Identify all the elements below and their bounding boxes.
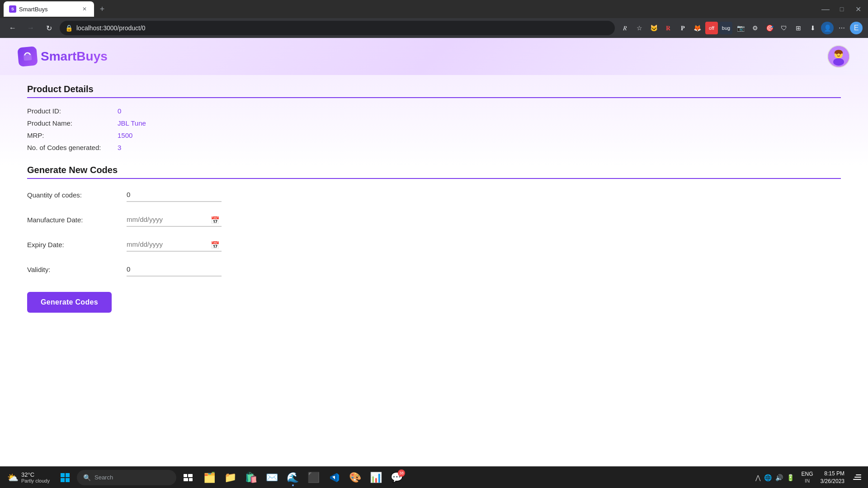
minimize-button[interactable]: — — [819, 3, 832, 15]
taskbar-apps: 🗂️ 📁 🛍️ ✉️ 🌊 ⬛ 🎨 📊 💬 38 — [200, 468, 407, 488]
forward-button[interactable]: → — [24, 21, 38, 35]
generate-section-divider — [27, 178, 841, 179]
tab-bar: S SmartBuys ✕ + — □ ✕ — [0, 0, 868, 18]
generate-section-title: Generate New Codes — [27, 165, 841, 175]
nav-actions: 𝑅 ☆ 🐱 𝐑 𝐏 🦊 off bug 📷 ⚙ 🎯 🛡 ⊞ ⬇ 👤 ⋯ E — [618, 22, 863, 34]
ext-4-icon[interactable]: 🦊 — [691, 22, 703, 34]
expiry-date-input[interactable] — [127, 238, 222, 252]
svg-rect-11 — [188, 474, 193, 477]
screenshot-icon[interactable]: 📷 — [734, 22, 747, 34]
ext-1-icon[interactable]: 🐱 — [647, 22, 660, 34]
svg-rect-13 — [189, 478, 193, 481]
generate-codes-button[interactable]: Generate Codes — [27, 292, 112, 313]
new-tab-button[interactable]: + — [96, 3, 108, 15]
logo-container: SmartBuys — [18, 47, 108, 66]
logo-icon — [17, 46, 38, 67]
reload-button[interactable]: ↻ — [42, 21, 56, 35]
tab-favicon: S — [9, 5, 16, 13]
notification-center-button[interactable] — [850, 468, 864, 488]
avatar[interactable] — [827, 45, 850, 68]
header: SmartBuys — [0, 38, 868, 75]
manufacture-date-input[interactable] — [127, 213, 222, 227]
taskbar-paint[interactable]: 🎨 — [345, 468, 365, 488]
search-icon: 🔍 — [83, 474, 91, 481]
weather-desc: Partly cloudy — [21, 478, 50, 483]
product-details-section: Product Details Product ID: 0 Product Na… — [27, 84, 841, 151]
main-content: Product Details Product ID: 0 Product Na… — [0, 75, 868, 466]
taskbar-file-explorer[interactable]: 🗂️ — [200, 468, 220, 488]
page-wrapper: SmartBuys Product Details — [0, 38, 868, 466]
weather-widget: ⛅ 32°C Partly cloudy — [4, 469, 53, 485]
ext-3-icon[interactable]: 𝐏 — [676, 22, 689, 34]
product-name-row: Product Name: JBL Tune — [27, 119, 841, 127]
taskbar-excel[interactable]: 📊 — [366, 468, 386, 488]
system-clock[interactable]: 8:15 PM 3/26/2023 — [817, 470, 848, 485]
notification-badge: 38 — [398, 469, 405, 477]
more-button[interactable]: ⋯ — [835, 22, 848, 34]
generate-section: Generate New Codes Quantity of codes: Ma… — [27, 165, 841, 313]
taskbar-gmail[interactable]: ✉️ — [262, 468, 282, 488]
svg-rect-8 — [61, 478, 65, 482]
nav-bar: ← → ↻ 🔒 localhost:3000/product/0 𝑅 ☆ 🐱 𝐑… — [0, 18, 868, 38]
taskbar-right: ⋀ 🌐 🔊 🔋 ENG IN 8:15 PM 3/26/2023 — [752, 468, 864, 488]
expiry-date-row: Expiry Date: 📅 — [27, 238, 841, 252]
weather-temp: 32°C — [21, 471, 50, 478]
windows-start-button[interactable] — [55, 468, 75, 488]
url-text: localhost:3000/product/0 — [76, 24, 146, 32]
taskbar-search[interactable]: 🔍 Search — [77, 470, 176, 485]
expiry-calendar-icon[interactable]: 📅 — [211, 240, 220, 249]
tray-audio-icon[interactable]: 🔊 — [775, 474, 783, 481]
download-icon[interactable]: ⬇ — [807, 22, 819, 34]
tab-close-button[interactable]: ✕ — [80, 5, 89, 13]
system-tray: ⋀ 🌐 🔊 🔋 — [752, 474, 798, 481]
reading-mode-icon[interactable]: 𝑅 — [618, 22, 631, 34]
taskbar: ⛅ 32°C Partly cloudy 🔍 Search 🗂️ 📁 🛍️ — [0, 466, 868, 488]
taskbar-edge[interactable]: 🌊 — [283, 468, 303, 488]
task-view-button[interactable] — [178, 468, 198, 488]
address-bar[interactable]: 🔒 localhost:3000/product/0 — [60, 21, 615, 35]
tray-chevron[interactable]: ⋀ — [755, 474, 760, 481]
search-text: Search — [94, 474, 113, 481]
svg-rect-10 — [184, 474, 187, 477]
clock-time: 8:15 PM — [821, 470, 844, 478]
favorites-icon[interactable]: ☆ — [633, 22, 646, 34]
profile-icon[interactable]: 👤 — [821, 22, 834, 34]
expiry-date-label: Expiry Date: — [27, 241, 127, 249]
back-button[interactable]: ← — [5, 21, 20, 35]
taskbar-store[interactable]: 🛍️ — [241, 468, 261, 488]
product-name-label: Product Name: — [27, 119, 118, 127]
browser-tab[interactable]: S SmartBuys ✕ — [4, 1, 94, 17]
svg-rect-12 — [184, 478, 188, 481]
product-name-value: JBL Tune — [118, 119, 146, 127]
manufacture-calendar-icon[interactable]: 📅 — [211, 216, 220, 224]
logo-text: SmartBuys — [41, 49, 108, 64]
close-window-button[interactable]: ✕ — [852, 3, 864, 15]
svg-rect-15 — [854, 477, 861, 478]
ext-bug-icon[interactable]: bug — [720, 22, 732, 34]
collection-icon[interactable]: ⊞ — [792, 22, 805, 34]
language-indicator[interactable]: ENG IN — [800, 471, 815, 484]
svg-point-3 — [833, 58, 844, 66]
product-section-header: Product Details — [27, 84, 841, 98]
tray-battery-icon[interactable]: 🔋 — [787, 474, 794, 481]
shield-icon[interactable]: 🛡 — [778, 22, 790, 34]
product-section-divider — [27, 97, 841, 98]
mrp-row: MRP: 1500 — [27, 131, 841, 139]
ext-off-icon[interactable]: off — [705, 22, 718, 34]
taskbar-vscode[interactable] — [325, 468, 344, 488]
svg-rect-6 — [61, 473, 65, 477]
edge-profile-icon[interactable]: E — [850, 22, 863, 34]
quantity-input[interactable] — [127, 188, 222, 202]
settings-icon[interactable]: ⚙ — [749, 22, 761, 34]
expiry-date-wrapper: 📅 — [127, 238, 222, 252]
validity-input[interactable] — [127, 263, 222, 277]
maximize-button[interactable]: □ — [835, 3, 848, 15]
taskbar-files[interactable]: 📁 — [221, 468, 241, 488]
taskbar-notification-app[interactable]: 💬 38 — [387, 468, 407, 488]
tray-network-icon[interactable]: 🌐 — [764, 474, 772, 481]
ext-2-icon[interactable]: 𝐑 — [662, 22, 675, 34]
svg-rect-9 — [66, 478, 70, 482]
mrp-label: MRP: — [27, 131, 118, 139]
taskbar-terminal[interactable]: ⬛ — [304, 468, 324, 488]
tracking-icon[interactable]: 🎯 — [763, 22, 776, 34]
